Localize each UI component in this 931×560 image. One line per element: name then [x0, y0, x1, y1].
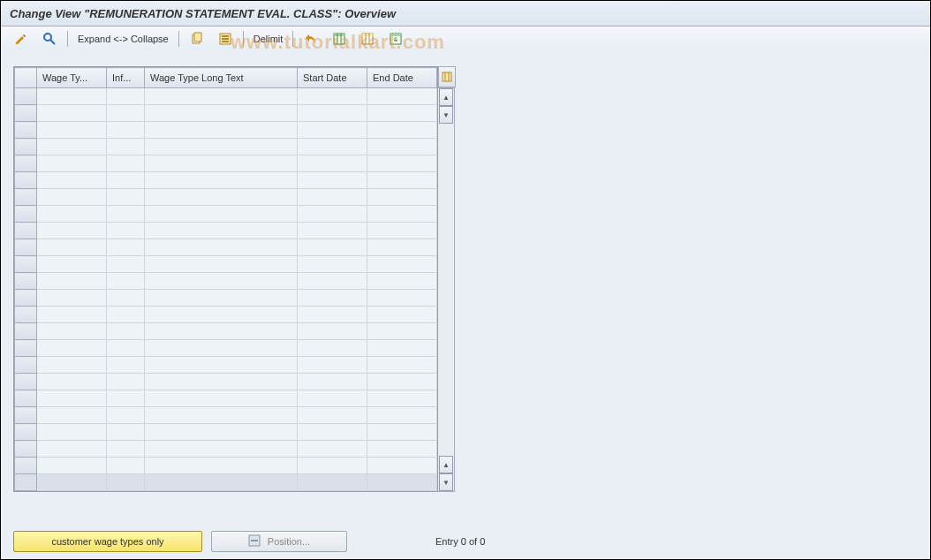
table-row[interactable] — [15, 424, 437, 441]
cell[interactable] — [107, 155, 145, 172]
table-row[interactable] — [15, 458, 437, 474]
cell[interactable] — [37, 273, 107, 290]
cell[interactable] — [367, 223, 437, 239]
print-icon[interactable] — [354, 29, 381, 49]
cell[interactable] — [145, 273, 298, 290]
cell[interactable] — [37, 223, 107, 239]
cell[interactable] — [367, 458, 437, 474]
vertical-scrollbar[interactable]: ▲ ▼ ▲ ▼ — [438, 87, 455, 492]
cell[interactable] — [367, 172, 437, 189]
cell[interactable] — [107, 88, 145, 105]
cell[interactable] — [107, 458, 145, 474]
cell[interactable] — [367, 374, 437, 390]
cell[interactable] — [367, 306, 437, 323]
col-inf[interactable]: Inf... — [107, 68, 145, 88]
row-selector[interactable] — [15, 357, 37, 374]
cell[interactable] — [145, 374, 298, 390]
table-variant-icon[interactable] — [326, 29, 352, 49]
cell[interactable] — [107, 223, 145, 239]
cell[interactable] — [37, 424, 107, 441]
cell[interactable] — [37, 374, 107, 390]
cell[interactable] — [367, 122, 437, 139]
row-selector[interactable] — [15, 407, 37, 424]
cell[interactable] — [145, 407, 298, 424]
col-wage-type[interactable]: Wage Ty... — [37, 68, 107, 88]
cell[interactable] — [367, 256, 437, 273]
cell[interactable] — [107, 407, 145, 424]
row-selector[interactable] — [15, 323, 37, 340]
cell[interactable] — [298, 357, 367, 374]
cell[interactable] — [107, 256, 145, 273]
cell[interactable] — [107, 340, 145, 357]
scroll-up-icon[interactable]: ▲ — [439, 88, 453, 106]
cell[interactable] — [145, 206, 298, 223]
cell[interactable] — [37, 139, 107, 155]
cell[interactable] — [367, 340, 437, 357]
cell[interactable] — [145, 223, 298, 239]
table-row[interactable] — [15, 290, 437, 306]
table-row[interactable] — [15, 273, 437, 290]
cell[interactable] — [298, 239, 367, 256]
data-grid[interactable]: Wage Ty... Inf... Wage Type Long Text St… — [13, 66, 438, 492]
cell[interactable] — [298, 374, 367, 390]
table-row[interactable] — [15, 105, 437, 122]
cell[interactable] — [298, 122, 367, 139]
customer-wage-types-button[interactable]: customer wage types only — [13, 531, 202, 552]
cell[interactable] — [145, 458, 298, 474]
cell[interactable] — [298, 290, 367, 306]
cell[interactable] — [107, 105, 145, 122]
cell[interactable] — [37, 122, 107, 139]
cell[interactable] — [298, 155, 367, 172]
cell[interactable] — [298, 223, 367, 239]
cell[interactable] — [367, 105, 437, 122]
row-selector[interactable] — [15, 105, 37, 122]
cell[interactable] — [37, 88, 107, 105]
row-selector[interactable] — [15, 172, 37, 189]
table-row[interactable] — [15, 189, 437, 206]
cell[interactable] — [37, 390, 107, 407]
row-selector[interactable] — [15, 206, 37, 223]
delimit-button[interactable]: Delimit — [248, 29, 289, 49]
table-row[interactable] — [15, 172, 437, 189]
row-selector[interactable] — [15, 155, 37, 172]
table-row[interactable] — [15, 155, 437, 172]
cell[interactable] — [298, 256, 367, 273]
cell[interactable] — [367, 273, 437, 290]
row-selector[interactable] — [15, 374, 37, 390]
table-row[interactable] — [15, 407, 437, 424]
cell[interactable] — [145, 441, 298, 458]
cell[interactable] — [145, 172, 298, 189]
cell[interactable] — [145, 239, 298, 256]
scroll-down-icon[interactable]: ▼ — [439, 473, 453, 491]
cell[interactable] — [145, 88, 298, 105]
position-button[interactable]: Position... — [211, 531, 347, 552]
cell[interactable] — [37, 458, 107, 474]
table-row[interactable] — [15, 239, 437, 256]
cell[interactable] — [107, 290, 145, 306]
cell[interactable] — [107, 273, 145, 290]
row-selector[interactable] — [15, 256, 37, 273]
cell[interactable] — [298, 458, 367, 474]
cell[interactable] — [298, 88, 367, 105]
scroll-page-down-icon[interactable]: ▲ — [439, 456, 453, 473]
cell[interactable] — [37, 306, 107, 323]
cell[interactable] — [367, 407, 437, 424]
cell[interactable] — [37, 340, 107, 357]
cell[interactable] — [367, 239, 437, 256]
cell[interactable] — [107, 390, 145, 407]
cell[interactable] — [107, 206, 145, 223]
cell[interactable] — [298, 474, 367, 491]
row-selector[interactable] — [15, 189, 37, 206]
cell[interactable] — [107, 323, 145, 340]
cell[interactable] — [298, 340, 367, 357]
cell[interactable] — [367, 206, 437, 223]
row-selector[interactable] — [15, 239, 37, 256]
cell[interactable] — [107, 374, 145, 390]
row-selector[interactable] — [15, 122, 37, 139]
cell[interactable] — [367, 357, 437, 374]
cell[interactable] — [107, 239, 145, 256]
cell[interactable] — [145, 139, 298, 155]
row-selector[interactable] — [15, 474, 37, 491]
col-end-date[interactable]: End Date — [367, 68, 437, 88]
cell[interactable] — [145, 256, 298, 273]
